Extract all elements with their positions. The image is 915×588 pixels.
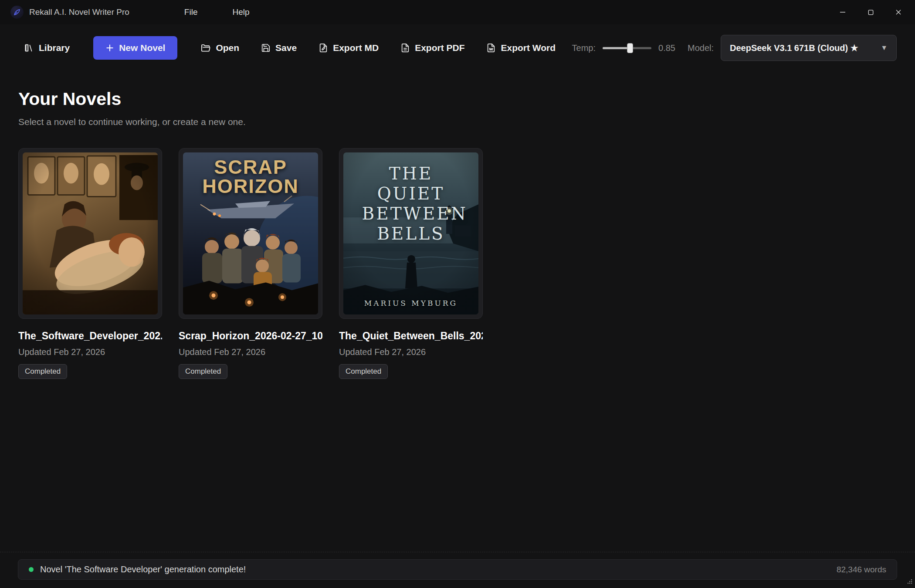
novel-updated: Updated Feb 27, 2026 <box>18 347 162 357</box>
novel-title: Scrap_Horizon_2026-02-27_10... <box>179 330 322 342</box>
file-pdf-icon <box>400 43 410 53</box>
export-md-button[interactable]: Export MD <box>312 37 385 58</box>
novel-cover-frame <box>18 148 162 319</box>
temp-value: 0.85 <box>658 43 675 53</box>
menubar: File Help <box>177 4 257 20</box>
novel-cover: SCRAP HORIZON <box>183 152 318 314</box>
library-icon <box>24 43 34 53</box>
novel-cover <box>23 152 158 314</box>
menu-help[interactable]: Help <box>225 4 256 20</box>
page-title: Your Novels <box>18 89 897 109</box>
novel-updated: Updated Feb 27, 2026 <box>179 347 322 357</box>
file-word-icon <box>486 43 496 53</box>
slider-handle[interactable] <box>627 43 633 53</box>
novel-cover-frame: THE QUIET BETWEEN BELLS MARIUS MYBURG <box>339 148 483 319</box>
temp-label: Temp: <box>572 43 596 53</box>
model-dropdown[interactable]: DeepSeek V3.1 671B (Cloud) ★ ▼ <box>721 35 897 61</box>
model-value: DeepSeek V3.1 671B (Cloud) ★ <box>730 43 858 53</box>
word-count: 82,346 words <box>837 565 886 574</box>
export-word-button[interactable]: Export Word <box>480 37 562 58</box>
page-subtitle: Select a novel to continue working, or c… <box>18 117 897 127</box>
minimize-button[interactable] <box>829 3 857 22</box>
save-icon <box>261 43 271 53</box>
new-novel-label: New Novel <box>119 43 165 53</box>
export-pdf-label: Export PDF <box>415 43 464 53</box>
cover-author-text: MARIUS MYBURG <box>343 299 478 308</box>
save-label: Save <box>275 43 297 53</box>
novel-grid: The_Software_Developer_202... Updated Fe… <box>18 148 897 379</box>
open-label: Open <box>216 43 239 53</box>
cover-title-text: THE QUIET BETWEEN BELLS <box>362 164 460 244</box>
plus-icon <box>105 44 114 52</box>
main-content: Your Novels Select a novel to continue w… <box>0 89 915 379</box>
app-logo-icon <box>10 6 24 19</box>
bottom-divider <box>0 552 915 552</box>
cover-title-text: SCRAP HORIZON <box>183 158 318 196</box>
status-message: Novel 'The Software Developer' generatio… <box>40 564 246 574</box>
status-badge: Completed <box>339 364 388 379</box>
close-button[interactable] <box>884 3 912 22</box>
novel-updated: Updated Feb 27, 2026 <box>339 347 483 357</box>
novel-title: The_Quiet_Between_Bells_202... <box>339 330 483 342</box>
status-dot-icon <box>29 567 34 572</box>
novel-card-scrap-horizon[interactable]: SCRAP HORIZON Scrap_Horizon_2026-02-27_1… <box>179 148 322 379</box>
novel-card-quiet-between-bells[interactable]: THE QUIET BETWEEN BELLS MARIUS MYBURG Th… <box>339 148 483 379</box>
titlebar: Rekall A.I. Novel Writer Pro File Help <box>0 0 915 24</box>
window-controls <box>829 3 912 22</box>
status-badge: Completed <box>18 364 67 379</box>
status-badge: Completed <box>179 364 227 379</box>
resize-grip[interactable] <box>906 578 913 586</box>
maximize-button[interactable] <box>857 3 884 22</box>
export-word-label: Export Word <box>501 43 556 53</box>
app-title: Rekall A.I. Novel Writer Pro <box>29 7 129 17</box>
export-pdf-button[interactable]: Export PDF <box>394 37 471 58</box>
open-button[interactable]: Open <box>195 37 245 58</box>
library-button[interactable]: Library <box>18 37 76 58</box>
novel-cover-frame: SCRAP HORIZON <box>179 148 322 319</box>
novel-title: The_Software_Developer_202... <box>18 330 162 342</box>
novel-cover: THE QUIET BETWEEN BELLS MARIUS MYBURG <box>343 152 478 314</box>
file-pen-icon <box>319 43 328 53</box>
toolbar: Library New Novel Open <box>0 24 915 74</box>
status-bar: Novel 'The Software Developer' generatio… <box>18 559 897 580</box>
menu-file[interactable]: File <box>177 4 205 20</box>
save-button[interactable]: Save <box>255 37 303 58</box>
model-label: Model: <box>688 43 714 53</box>
new-novel-button[interactable]: New Novel <box>93 36 177 60</box>
slider-fill <box>603 47 629 49</box>
novel-card-software-developer[interactable]: The_Software_Developer_202... Updated Fe… <box>18 148 162 379</box>
export-md-label: Export MD <box>333 43 379 53</box>
chevron-down-icon: ▼ <box>881 44 888 52</box>
library-label: Library <box>39 43 70 53</box>
temperature-slider[interactable] <box>603 43 651 54</box>
folder-open-icon <box>201 43 211 53</box>
cover-art-painting <box>23 152 158 314</box>
